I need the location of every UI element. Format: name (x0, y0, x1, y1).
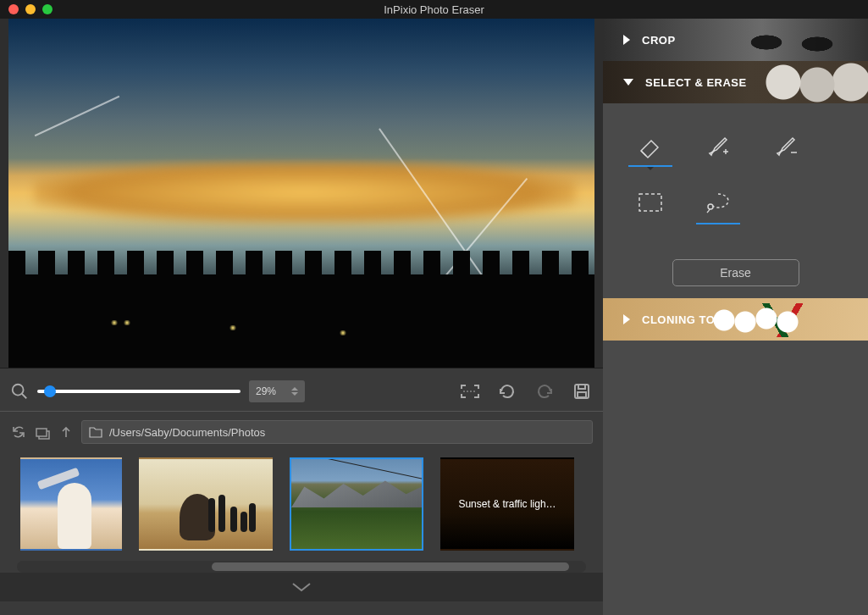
thumbnail-item[interactable] (290, 457, 423, 551)
photo-canvas[interactable] (8, 19, 594, 368)
zoom-slider[interactable] (37, 390, 240, 393)
file-path-row: /Users/Saby/Documents/Photos (0, 412, 603, 452)
svg-rect-3 (578, 385, 585, 389)
svg-rect-4 (578, 392, 586, 397)
undo-icon[interactable] (496, 381, 518, 402)
panel-cloning[interactable]: CLONING TOOL (603, 298, 868, 341)
disclosure-right-icon (623, 314, 630, 324)
zoom-value-stepper[interactable]: 29% (249, 380, 305, 402)
thumbnail-item[interactable]: Sunset & traffic ligh… (440, 457, 574, 551)
marquee-rect-icon (638, 192, 663, 213)
panel-crop-label: CROP (642, 34, 676, 47)
expand-strip-button[interactable] (0, 573, 603, 601)
folder-icon (89, 426, 102, 438)
brush-remove-tool[interactable] (767, 127, 804, 164)
eraser-tool-icon (636, 130, 665, 159)
save-icon[interactable] (571, 381, 593, 402)
erase-button[interactable]: Erase (672, 259, 799, 286)
thumbnail-label (141, 459, 271, 549)
brush-add-icon (705, 131, 732, 158)
window-close-icon[interactable] (8, 4, 19, 14)
disclosure-down-icon (623, 79, 633, 86)
fit-screen-icon[interactable] (459, 381, 481, 402)
erase-tool-area: Erase (603, 103, 868, 298)
file-path-text: /Users/Saby/Documents/Photos (109, 426, 265, 439)
thumbnail-strip: Sunset & traffic ligh… (0, 452, 603, 561)
thumbnail-item[interactable] (139, 457, 273, 551)
svg-point-7 (708, 204, 713, 209)
panel-cloning-label: CLONING TOOL (642, 313, 731, 326)
svg-line-1 (22, 394, 27, 399)
redo-icon[interactable] (534, 381, 556, 402)
disclosure-right-icon (623, 35, 630, 45)
scrollbar-thumb[interactable] (212, 562, 569, 571)
subfolder-toggle-icon[interactable] (34, 424, 51, 440)
chevron-down-icon (290, 580, 313, 594)
magnifier-icon[interactable] (10, 382, 29, 401)
titlebar: InPixio Photo Eraser (0, 0, 868, 19)
svg-rect-6 (639, 194, 661, 211)
eraser-tool[interactable] (632, 127, 669, 164)
thumbnail-item[interactable] (20, 457, 122, 551)
refresh-icon[interactable] (10, 424, 27, 440)
zoom-stepper-arrows[interactable] (291, 387, 298, 396)
thumbnail-scrollbar[interactable] (17, 561, 586, 573)
app-title: InPixio Photo Eraser (384, 3, 484, 16)
window-minimize-icon[interactable] (25, 4, 36, 14)
window-zoom-icon[interactable] (42, 4, 53, 14)
zoom-value-label: 29% (256, 385, 276, 397)
panel-select-erase[interactable]: SELECT & ERASE (603, 61, 868, 103)
panel-crop[interactable]: CROP (603, 19, 868, 61)
panel-select-erase-label: SELECT & ERASE (645, 76, 747, 89)
brush-remove-icon (772, 131, 799, 158)
up-folder-icon[interactable] (58, 424, 75, 440)
lower-panel: 29% (0, 368, 603, 615)
zoom-toolbar: 29% (0, 368, 603, 412)
brush-add-tool[interactable] (699, 127, 737, 164)
thumbnail-label (291, 459, 422, 549)
lasso-icon (705, 191, 731, 213)
marquee-rect-tool[interactable] (632, 185, 669, 222)
side-panel: CROP SELECT & ERASE (603, 19, 868, 615)
file-path-input[interactable]: /Users/Saby/Documents/Photos (81, 420, 593, 444)
thumbnail-label (22, 459, 120, 549)
thumbnail-label: Sunset & traffic ligh… (442, 459, 572, 549)
lasso-tool[interactable] (699, 185, 737, 222)
zoom-slider-thumb[interactable] (44, 385, 56, 397)
svg-point-0 (13, 385, 24, 396)
svg-rect-5 (36, 429, 47, 436)
